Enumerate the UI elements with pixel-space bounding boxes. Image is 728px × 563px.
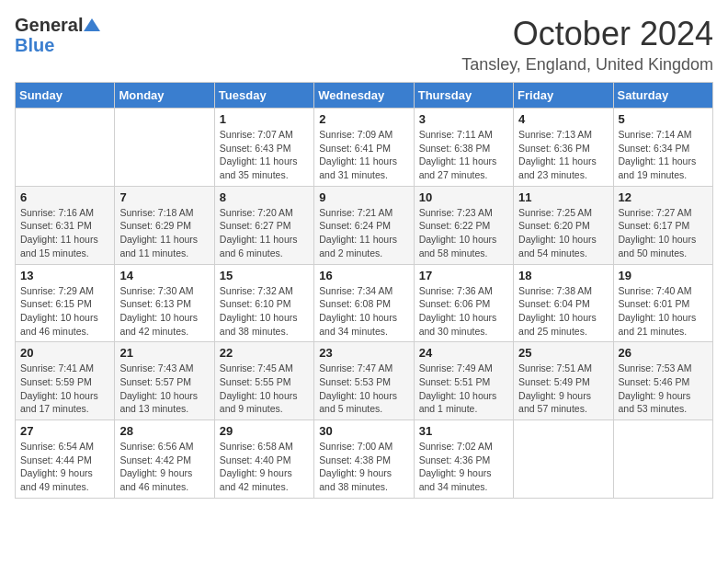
calendar-cell: 19Sunrise: 7:40 AM Sunset: 6:01 PM Dayli… xyxy=(613,264,712,342)
calendar-cell: 15Sunrise: 7:32 AM Sunset: 6:10 PM Dayli… xyxy=(214,264,313,342)
cell-day-number: 4 xyxy=(518,112,608,126)
calendar-cell: 23Sunrise: 7:47 AM Sunset: 5:53 PM Dayli… xyxy=(314,342,414,420)
cell-info: Sunrise: 7:53 AM Sunset: 5:46 PM Dayligh… xyxy=(619,362,708,416)
weekday-header-thursday: Thursday xyxy=(414,83,513,109)
calendar-cell: 21Sunrise: 7:43 AM Sunset: 5:57 PM Dayli… xyxy=(115,342,214,420)
cell-day-number: 28 xyxy=(119,424,209,438)
logo-blue: Blue xyxy=(15,35,54,55)
calendar-cell xyxy=(115,109,214,187)
cell-info: Sunrise: 7:38 AM Sunset: 6:04 PM Dayligh… xyxy=(518,284,608,339)
svg-marker-0 xyxy=(84,18,100,31)
calendar-cell: 1Sunrise: 7:07 AM Sunset: 6:43 PM Daylig… xyxy=(214,109,313,187)
cell-info: Sunrise: 7:34 AM Sunset: 6:08 PM Dayligh… xyxy=(319,284,408,339)
cell-day-number: 5 xyxy=(619,112,708,126)
calendar-cell: 31Sunrise: 7:02 AM Sunset: 4:36 PM Dayli… xyxy=(414,420,513,499)
cell-info: Sunrise: 7:21 AM Sunset: 6:24 PM Dayligh… xyxy=(319,206,408,260)
week-row-3: 20Sunrise: 7:41 AM Sunset: 5:59 PM Dayli… xyxy=(16,342,713,420)
cell-day-number: 23 xyxy=(319,346,408,360)
cell-info: Sunrise: 7:23 AM Sunset: 6:22 PM Dayligh… xyxy=(419,206,508,260)
calendar-cell: 6Sunrise: 7:16 AM Sunset: 6:31 PM Daylig… xyxy=(16,186,115,264)
weekday-header-sunday: Sunday xyxy=(16,83,115,109)
cell-day-number: 31 xyxy=(419,424,508,438)
cell-info: Sunrise: 7:13 AM Sunset: 6:36 PM Dayligh… xyxy=(518,128,608,182)
week-row-2: 13Sunrise: 7:29 AM Sunset: 6:15 PM Dayli… xyxy=(16,264,713,342)
calendar-cell: 26Sunrise: 7:53 AM Sunset: 5:46 PM Dayli… xyxy=(613,342,712,420)
cell-info: Sunrise: 6:58 AM Sunset: 4:40 PM Dayligh… xyxy=(220,440,309,494)
week-row-4: 27Sunrise: 6:54 AM Sunset: 4:44 PM Dayli… xyxy=(16,420,713,499)
cell-day-number: 8 xyxy=(220,190,309,204)
calendar-cell: 30Sunrise: 7:00 AM Sunset: 4:38 PM Dayli… xyxy=(314,420,414,499)
cell-day-number: 24 xyxy=(419,346,508,360)
calendar-cell: 22Sunrise: 7:45 AM Sunset: 5:55 PM Dayli… xyxy=(214,342,313,420)
weekday-header-friday: Friday xyxy=(514,83,613,109)
cell-day-number: 27 xyxy=(20,424,109,438)
cell-day-number: 15 xyxy=(220,269,309,282)
cell-info: Sunrise: 7:51 AM Sunset: 5:49 PM Dayligh… xyxy=(518,362,608,416)
cell-info: Sunrise: 7:41 AM Sunset: 5:59 PM Dayligh… xyxy=(20,362,109,416)
cell-info: Sunrise: 7:14 AM Sunset: 6:34 PM Dayligh… xyxy=(619,128,708,182)
cell-day-number: 26 xyxy=(619,346,708,360)
cell-day-number: 7 xyxy=(119,190,209,204)
calendar-cell xyxy=(613,420,712,499)
weekday-header-wednesday: Wednesday xyxy=(314,83,414,109)
week-row-1: 6Sunrise: 7:16 AM Sunset: 6:31 PM Daylig… xyxy=(16,186,713,264)
logo-general: General xyxy=(15,15,83,35)
cell-info: Sunrise: 7:40 AM Sunset: 6:01 PM Dayligh… xyxy=(619,284,708,339)
calendar-cell: 12Sunrise: 7:27 AM Sunset: 6:17 PM Dayli… xyxy=(613,186,712,264)
calendar-cell: 25Sunrise: 7:51 AM Sunset: 5:49 PM Dayli… xyxy=(514,342,613,420)
cell-info: Sunrise: 7:20 AM Sunset: 6:27 PM Dayligh… xyxy=(220,206,309,260)
cell-info: Sunrise: 7:29 AM Sunset: 6:15 PM Dayligh… xyxy=(20,284,109,339)
cell-day-number: 19 xyxy=(619,269,708,282)
calendar-cell xyxy=(16,109,115,187)
calendar-cell: 13Sunrise: 7:29 AM Sunset: 6:15 PM Dayli… xyxy=(16,264,115,342)
calendar-cell: 7Sunrise: 7:18 AM Sunset: 6:29 PM Daylig… xyxy=(115,186,214,264)
calendar-cell: 8Sunrise: 7:20 AM Sunset: 6:27 PM Daylig… xyxy=(214,186,313,264)
cell-day-number: 6 xyxy=(20,190,109,204)
cell-day-number: 25 xyxy=(518,346,608,360)
calendar-cell: 4Sunrise: 7:13 AM Sunset: 6:36 PM Daylig… xyxy=(514,109,613,187)
calendar-cell: 20Sunrise: 7:41 AM Sunset: 5:59 PM Dayli… xyxy=(16,342,115,420)
cell-info: Sunrise: 7:36 AM Sunset: 6:06 PM Dayligh… xyxy=(419,284,508,339)
cell-day-number: 29 xyxy=(220,424,309,438)
cell-day-number: 30 xyxy=(319,424,408,438)
cell-info: Sunrise: 7:09 AM Sunset: 6:41 PM Dayligh… xyxy=(319,128,408,182)
calendar-cell: 28Sunrise: 6:56 AM Sunset: 4:42 PM Dayli… xyxy=(115,420,214,499)
week-row-0: 1Sunrise: 7:07 AM Sunset: 6:43 PM Daylig… xyxy=(16,109,713,187)
cell-day-number: 20 xyxy=(20,346,109,360)
calendar-cell: 14Sunrise: 7:30 AM Sunset: 6:13 PM Dayli… xyxy=(115,264,214,342)
header: General Blue October 2024 Tansley, Engla… xyxy=(15,15,713,75)
cell-info: Sunrise: 7:00 AM Sunset: 4:38 PM Dayligh… xyxy=(319,440,408,494)
cell-info: Sunrise: 7:45 AM Sunset: 5:55 PM Dayligh… xyxy=(220,362,309,416)
cell-info: Sunrise: 7:02 AM Sunset: 4:36 PM Dayligh… xyxy=(419,440,508,494)
month-title: October 2024 xyxy=(461,15,713,53)
cell-info: Sunrise: 7:11 AM Sunset: 6:38 PM Dayligh… xyxy=(419,128,508,182)
cell-day-number: 2 xyxy=(319,112,408,126)
cell-day-number: 18 xyxy=(518,269,608,282)
cell-day-number: 11 xyxy=(518,190,608,204)
calendar-cell: 24Sunrise: 7:49 AM Sunset: 5:51 PM Dayli… xyxy=(414,342,513,420)
cell-info: Sunrise: 7:25 AM Sunset: 6:20 PM Dayligh… xyxy=(518,206,608,260)
cell-day-number: 1 xyxy=(220,112,309,126)
calendar-cell: 9Sunrise: 7:21 AM Sunset: 6:24 PM Daylig… xyxy=(314,186,414,264)
cell-info: Sunrise: 7:07 AM Sunset: 6:43 PM Dayligh… xyxy=(220,128,309,182)
calendar-cell: 5Sunrise: 7:14 AM Sunset: 6:34 PM Daylig… xyxy=(613,109,712,187)
cell-day-number: 9 xyxy=(319,190,408,204)
calendar-cell: 27Sunrise: 6:54 AM Sunset: 4:44 PM Dayli… xyxy=(16,420,115,499)
cell-info: Sunrise: 6:54 AM Sunset: 4:44 PM Dayligh… xyxy=(20,440,109,494)
calendar-cell: 11Sunrise: 7:25 AM Sunset: 6:20 PM Dayli… xyxy=(514,186,613,264)
calendar-cell: 10Sunrise: 7:23 AM Sunset: 6:22 PM Dayli… xyxy=(414,186,513,264)
cell-info: Sunrise: 7:43 AM Sunset: 5:57 PM Dayligh… xyxy=(119,362,209,416)
cell-info: Sunrise: 7:49 AM Sunset: 5:51 PM Dayligh… xyxy=(419,362,508,416)
logo: General Blue xyxy=(15,15,101,55)
cell-info: Sunrise: 7:27 AM Sunset: 6:17 PM Dayligh… xyxy=(619,206,708,260)
calendar-cell xyxy=(514,420,613,499)
calendar-cell: 16Sunrise: 7:34 AM Sunset: 6:08 PM Dayli… xyxy=(314,264,414,342)
cell-day-number: 17 xyxy=(419,269,508,282)
cell-day-number: 22 xyxy=(220,346,309,360)
title-area: October 2024 Tansley, England, United Ki… xyxy=(461,15,713,75)
cell-info: Sunrise: 7:18 AM Sunset: 6:29 PM Dayligh… xyxy=(119,206,209,260)
weekday-header-row: SundayMondayTuesdayWednesdayThursdayFrid… xyxy=(16,83,713,109)
cell-info: Sunrise: 7:30 AM Sunset: 6:13 PM Dayligh… xyxy=(119,284,209,339)
weekday-header-tuesday: Tuesday xyxy=(214,83,313,109)
calendar-cell: 18Sunrise: 7:38 AM Sunset: 6:04 PM Dayli… xyxy=(514,264,613,342)
